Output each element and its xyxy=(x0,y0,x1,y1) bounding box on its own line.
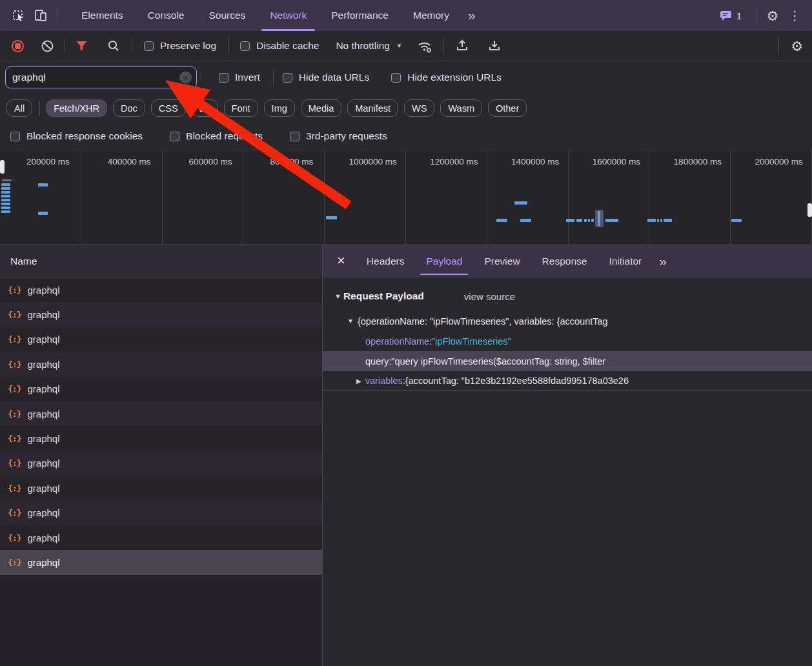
disable-cache-checkbox[interactable]: Disable cache xyxy=(240,40,319,52)
checkbox xyxy=(283,73,292,83)
close-icon[interactable]: × xyxy=(328,252,356,270)
checkbox xyxy=(240,41,250,51)
payload-query-row-selected[interactable]: query: "query ipFlowTimeseries($accountT… xyxy=(323,351,812,371)
detail-tab-headers[interactable]: Headers xyxy=(356,245,416,278)
request-row[interactable]: {:} graphql xyxy=(0,525,322,550)
filter-chip-css[interactable]: CSS xyxy=(151,99,186,117)
request-name: graphql xyxy=(27,532,59,543)
waterfall-bar xyxy=(38,212,48,215)
checkbox xyxy=(144,41,154,51)
settings-gear-icon[interactable]: ⚙ xyxy=(762,5,784,26)
filter-input[interactable] xyxy=(12,72,177,83)
hide-data-urls-checkbox[interactable]: Hide data URLs xyxy=(283,72,369,83)
request-row[interactable]: {:} graphql xyxy=(0,550,322,574)
network-conditions-icon[interactable] xyxy=(416,38,433,54)
request-row[interactable]: {:} graphql xyxy=(0,476,322,500)
filter-chip-doc[interactable]: Doc xyxy=(113,99,145,117)
fetch-xhr-icon: {:} xyxy=(8,458,21,468)
preserve-log-checkbox[interactable]: Preserve log xyxy=(144,40,216,52)
fetch-xhr-icon: {:} xyxy=(8,285,21,295)
device-toolbar-icon[interactable] xyxy=(30,5,52,26)
blocked-filter-checkbox[interactable]: Blocked response cookies xyxy=(10,130,143,142)
export-har-icon[interactable] xyxy=(487,38,502,54)
waterfall-bar xyxy=(1,203,10,205)
request-row[interactable]: {:} graphql xyxy=(0,302,322,327)
request-name: graphql xyxy=(27,309,59,320)
filter-funnel-icon[interactable] xyxy=(76,40,88,52)
filter-chip-media[interactable]: Media xyxy=(301,99,342,117)
tab-sources[interactable]: Sources xyxy=(197,0,258,31)
view-source-link[interactable]: view source xyxy=(464,291,515,302)
inspect-element-icon[interactable] xyxy=(8,5,30,26)
fetch-xhr-icon: {:} xyxy=(8,359,21,369)
json-string-value: "query ipFlowTimeseries($accountTag: str… xyxy=(391,356,605,367)
panel-tabs: ElementsConsoleSourcesNetworkPerformance… xyxy=(69,0,462,31)
waterfall-bar xyxy=(520,219,531,222)
request-rows: {:} graphql {:} graphql {:} graphql {:} … xyxy=(0,278,322,575)
tab-performance[interactable]: Performance xyxy=(319,0,401,31)
request-name: graphql xyxy=(27,483,59,494)
hide-extension-urls-checkbox[interactable]: Hide extension URLs xyxy=(391,72,502,83)
filter-chip-font[interactable]: Font xyxy=(224,99,258,117)
request-row[interactable]: {:} graphql xyxy=(0,377,322,401)
tab-memory[interactable]: Memory xyxy=(401,0,462,31)
request-row[interactable]: {:} graphql xyxy=(0,401,322,426)
filter-chip-img[interactable]: Img xyxy=(264,99,295,117)
more-detail-tabs-icon[interactable]: » xyxy=(653,254,673,269)
detail-tab-response[interactable]: Response xyxy=(531,245,598,278)
name-column-header[interactable]: Name xyxy=(0,245,322,278)
waterfall-bar xyxy=(731,219,742,222)
issues-counter[interactable]: 1 xyxy=(720,10,742,22)
payload-operation-row[interactable]: operationName: "ipFlowTimeseries" xyxy=(323,331,812,351)
filter-box: × xyxy=(5,66,197,88)
request-row[interactable]: {:} graphql xyxy=(0,352,322,376)
waterfall-bar xyxy=(566,219,574,222)
waterfall-bar xyxy=(1,207,10,209)
search-icon[interactable] xyxy=(107,39,120,52)
filter-chip-manifest[interactable]: Manifest xyxy=(347,99,398,117)
request-row[interactable]: {:} graphql xyxy=(0,278,322,302)
filter-chip-wasm[interactable]: Wasm xyxy=(440,99,482,117)
detail-tab-preview[interactable]: Preview xyxy=(473,245,531,278)
detail-tab-payload[interactable]: Payload xyxy=(415,245,473,278)
request-row[interactable]: {:} graphql xyxy=(0,327,322,352)
record-button[interactable] xyxy=(12,40,24,52)
blocked-filters-row: Blocked response cookies Blocked request… xyxy=(0,123,812,150)
expand-triangle-icon[interactable]: ▶ xyxy=(356,378,361,385)
waterfall-bar xyxy=(660,219,662,222)
blocked-filter-checkbox[interactable]: 3rd-party requests xyxy=(290,130,387,142)
request-row[interactable]: {:} graphql xyxy=(0,451,322,476)
collapse-triangle-icon[interactable]: ▼ xyxy=(347,318,354,325)
waterfall-bar xyxy=(576,219,582,222)
invert-checkbox[interactable]: Invert xyxy=(219,72,260,83)
filter-chip-ws[interactable]: WS xyxy=(404,99,434,117)
tab-network[interactable]: Network xyxy=(258,0,319,31)
blocked-filter-checkbox[interactable]: Blocked requests xyxy=(170,130,263,142)
more-tabs-icon[interactable]: » xyxy=(462,8,482,23)
checkbox xyxy=(219,73,228,83)
filter-chip-fetchxhr[interactable]: Fetch/XHR xyxy=(46,99,107,117)
kebab-menu-icon[interactable]: ⋮ xyxy=(784,5,806,26)
detail-tab-initiator[interactable]: Initiator xyxy=(598,245,653,278)
clear-button[interactable] xyxy=(41,39,54,53)
request-name: graphql xyxy=(27,433,59,444)
collapse-triangle-icon[interactable]: ▼ xyxy=(334,292,341,300)
waterfall-bar xyxy=(657,219,659,222)
filter-chip-all[interactable]: All xyxy=(6,99,32,117)
network-settings-gear-icon[interactable]: ⚙ xyxy=(791,39,803,53)
waterfall-bar xyxy=(1,187,10,190)
throttling-dropdown[interactable]: No throttling ▼ xyxy=(336,40,402,52)
payload-summary-row[interactable]: ▼ {operationName: "ipFlowTimeseries", va… xyxy=(323,311,812,331)
request-row[interactable]: {:} graphql xyxy=(0,426,322,450)
import-har-icon[interactable] xyxy=(454,38,470,54)
network-overview-timeline[interactable]: 200000 ms400000 ms600000 ms800000 ms1000… xyxy=(0,150,812,245)
tab-elements[interactable]: Elements xyxy=(69,0,136,31)
fetch-xhr-icon: {:} xyxy=(8,310,21,319)
tab-console[interactable]: Console xyxy=(136,0,197,31)
request-row[interactable]: {:} graphql xyxy=(0,501,322,525)
clear-filter-icon[interactable]: × xyxy=(179,72,192,84)
payload-variables-row[interactable]: ▶ variables: {accountTag: "b12e3b2192ee5… xyxy=(323,371,812,391)
json-key: variables xyxy=(365,376,403,386)
filter-chip-other[interactable]: Other xyxy=(488,99,527,117)
filter-chip-js[interactable]: JS xyxy=(192,99,218,117)
